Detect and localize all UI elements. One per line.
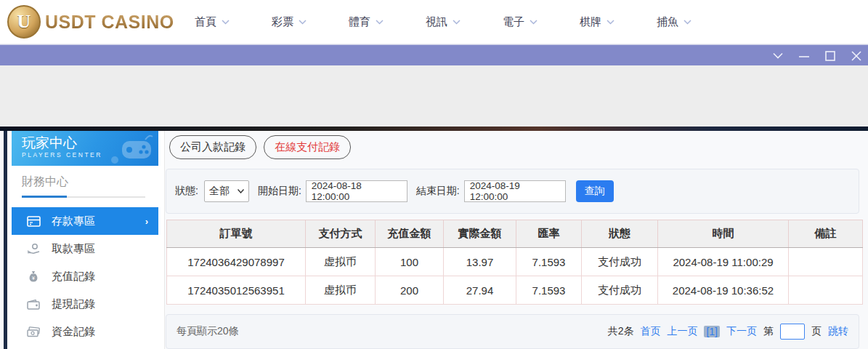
chevron-down-icon: [530, 20, 538, 25]
section-divider: [22, 196, 145, 198]
nav-item-video[interactable]: 視訊: [426, 15, 461, 29]
top-nav: 首頁彩票體育視訊電子棋牌捕魚: [195, 0, 691, 44]
table-cell: 100: [376, 248, 444, 276]
status-label: 狀態:: [175, 185, 198, 198]
column-header: 訂單號: [167, 220, 306, 248]
nav-item-label: 彩票: [272, 15, 293, 29]
table-body: 1724036429078997虚拟币10013.977.1593支付成功202…: [167, 248, 863, 305]
sidebar-divider: [164, 131, 165, 349]
table-cell: 7.1593: [516, 248, 582, 276]
jump-prefix-label: 第: [763, 325, 774, 338]
collapse-chevron-icon[interactable]: [772, 50, 784, 62]
deposit-card-icon: [26, 215, 41, 228]
sidebar-item-label: 提現記錄: [52, 297, 95, 311]
maximize-icon[interactable]: [824, 50, 836, 62]
sidebar-item-recharge-records[interactable]: ¥充值記錄›: [12, 262, 158, 290]
total-count: 共2条: [608, 325, 634, 338]
start-date-input[interactable]: 2024-08-18 12:00:00: [306, 180, 407, 202]
first-page-link[interactable]: 首页: [640, 325, 660, 338]
nav-item-label: 棋牌: [580, 15, 601, 29]
column-header: 匯率: [516, 220, 582, 248]
end-date-input[interactable]: 2024-08-19 12:00:00: [464, 180, 566, 202]
table-cell: 虚拟币: [306, 248, 376, 276]
table-row: 1724036429078997虚拟币10013.977.1593支付成功202…: [167, 248, 863, 276]
sidebar-item-label: 充值記錄: [52, 270, 95, 284]
sidebar-item-label: 取款專區: [52, 242, 95, 256]
chevron-down-icon: [453, 20, 461, 25]
tab-company-deposit-records[interactable]: 公司入款記錄: [169, 135, 256, 159]
nav-item-label: 體育: [349, 15, 370, 29]
table-cell: [789, 248, 863, 276]
column-header: 時間: [658, 220, 789, 248]
jump-button[interactable]: 跳转: [828, 325, 848, 338]
sidebar-item-deposit-zone[interactable]: 存款專區›: [12, 207, 158, 235]
brand-name: USDT CASINO: [45, 12, 174, 33]
table-cell: 13.97: [444, 248, 516, 276]
sidebar-item-withdraw-zone[interactable]: 取款專區›: [12, 235, 158, 262]
chevron-right-icon: ›: [145, 216, 148, 227]
table-cell: 1724035012563951: [167, 276, 306, 305]
nav-item-label: 首頁: [195, 15, 216, 29]
tab-online-payment-records[interactable]: 在線支付記錄: [264, 135, 351, 159]
end-date-label: 結束日期:: [416, 185, 460, 198]
current-page[interactable]: [1]: [704, 326, 720, 337]
chevron-down-icon: [376, 20, 384, 25]
top-nav-bar: U USDT CASINO 首頁彩票體育視訊電子棋牌捕魚: [0, 0, 868, 44]
table-cell: 支付成功: [582, 276, 658, 305]
table-row: 1724035012563951虚拟币20027.947.1593支付成功202…: [167, 276, 863, 305]
close-icon[interactable]: [851, 50, 862, 62]
finance-center-heading: 財務中心: [22, 174, 68, 190]
table-cell: 7.1593: [516, 276, 582, 305]
next-page-link[interactable]: 下一页: [726, 325, 757, 338]
prev-page-link[interactable]: 上一页: [667, 325, 697, 338]
table-cell: 1724036429078997: [167, 248, 306, 276]
nav-item-label: 電子: [503, 15, 524, 29]
sidebar-item-funds-records[interactable]: 資金記錄›: [12, 318, 158, 345]
nav-item-label: 捕魚: [657, 15, 678, 29]
column-header: 備註: [789, 220, 863, 248]
sidebar-menu: 存款專區›取款專區›¥充值記錄›提現記錄›資金記錄›: [12, 207, 158, 345]
column-header: 充值金額: [376, 220, 444, 248]
column-header: 狀態: [582, 220, 658, 248]
table-cell: 200: [376, 276, 444, 305]
brand-logo[interactable]: U USDT CASINO: [7, 4, 174, 39]
minimize-icon[interactable]: [798, 50, 810, 62]
gray-band: [0, 65, 868, 127]
filter-bar: 狀態: 全部 開始日期: 2024-08-18 12:00:00 結束日期: 2…: [166, 169, 859, 214]
jump-suffix-label: 页: [811, 325, 822, 338]
jump-page-input[interactable]: [780, 324, 805, 340]
table-cell: 27.94: [444, 276, 516, 305]
table-footer: 每頁顯示20條 共2条 首页 上一页 [1] 下一页 第 页 跳转: [166, 314, 859, 349]
nav-item-sports[interactable]: 體育: [349, 15, 384, 29]
nav-item-slots[interactable]: 電子: [503, 15, 538, 29]
record-tabs: 公司入款記錄在線支付記錄: [169, 135, 351, 159]
column-header: 實際金額: [444, 220, 516, 248]
nav-item-chess[interactable]: 棋牌: [580, 15, 615, 29]
window-titlebar: [0, 44, 868, 65]
sidebar-item-label: 資金記錄: [52, 325, 95, 339]
svg-text:¥: ¥: [32, 275, 35, 280]
nav-item-fishing[interactable]: 捕魚: [657, 15, 691, 29]
nav-item-home[interactable]: 首頁: [195, 15, 230, 29]
nav-item-lottery[interactable]: 彩票: [272, 15, 307, 29]
table-cell: 支付成功: [582, 248, 658, 276]
chevron-down-icon: [684, 20, 691, 25]
logo-letter: U: [17, 11, 31, 33]
chevron-down-icon: [222, 20, 230, 25]
status-select-value: 全部: [209, 185, 230, 198]
sidebar-item-withdrawal-records[interactable]: 提現記錄›: [12, 290, 158, 318]
start-date-label: 開始日期:: [258, 185, 301, 198]
status-select[interactable]: 全部: [204, 180, 249, 202]
search-button[interactable]: 查詢: [576, 180, 614, 202]
nav-item-label: 視訊: [426, 15, 447, 29]
table-cell: 虚拟币: [306, 276, 376, 305]
sidebar-item-label: 存款專區: [52, 214, 95, 228]
chevron-down-icon: [607, 20, 615, 25]
cash-icon: [26, 326, 41, 337]
chevron-down-icon: [238, 189, 244, 193]
wallet-icon: [26, 299, 41, 310]
column-header: 支付方式: [306, 220, 376, 248]
records-table: 訂單號支付方式充值金額實際金額匯率狀態時間備註 1724036429078997…: [166, 220, 863, 305]
table-cell: 2024-08-19 10:36:52: [658, 276, 789, 305]
moneybag-icon: ¥: [26, 270, 41, 283]
